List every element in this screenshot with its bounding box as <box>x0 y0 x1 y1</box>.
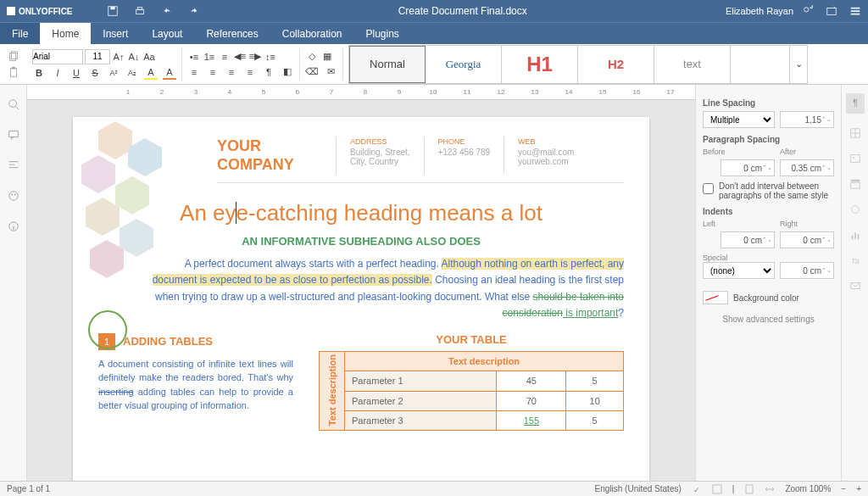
paste-icon[interactable] <box>8 66 19 78</box>
numbering-icon[interactable]: 1≡ <box>203 50 216 64</box>
line-spacing-value[interactable]: 1.15 <box>780 111 834 128</box>
open-location-icon[interactable] <box>826 5 837 17</box>
highlight-color-button[interactable]: A <box>144 66 158 80</box>
clear-format-icon[interactable]: ⌫ <box>305 65 319 79</box>
superscript-button[interactable]: A² <box>107 66 120 80</box>
copy-icon[interactable] <box>8 51 19 63</box>
image-settings-icon[interactable] <box>849 153 861 164</box>
style-dropdown-icon[interactable]: ⌄ <box>790 46 807 83</box>
print-icon[interactable] <box>134 5 146 17</box>
style-h2[interactable]: H2 <box>578 46 654 83</box>
main-heading[interactable]: An eye-catching heading means a lot <box>98 200 624 226</box>
page-indicator[interactable]: Page 1 of 1 <box>7 484 595 493</box>
table-row: Parameter 31555 <box>320 410 624 430</box>
svg-rect-28 <box>854 232 856 239</box>
section-adding-tables[interactable]: 1 ADDING TABLES A document consisting of… <box>98 333 293 431</box>
style-georgia[interactable]: Georgia <box>426 46 502 83</box>
shrink-font-icon[interactable]: A↓ <box>127 50 141 64</box>
align-right-icon[interactable]: ≡ <box>225 65 238 79</box>
user-name[interactable]: Elizabeth Rayan <box>726 6 793 16</box>
search-icon[interactable] <box>8 98 19 110</box>
grow-font-icon[interactable]: A↑ <box>112 50 125 64</box>
indent-right[interactable]: 0 cm <box>780 231 834 248</box>
mail-merge-icon[interactable] <box>849 280 861 292</box>
tab-layout[interactable]: Layout <box>140 23 194 44</box>
font-name-select[interactable] <box>32 49 83 64</box>
document-table[interactable]: Text descriptionText description Paramet… <box>319 351 624 431</box>
tab-home[interactable]: Home <box>40 23 91 44</box>
align-left-icon[interactable]: ≡ <box>187 65 201 79</box>
fit-width-icon[interactable] <box>765 484 775 494</box>
redo-icon[interactable] <box>188 5 200 17</box>
headings-icon[interactable] <box>8 159 19 171</box>
tab-collaboration[interactable]: Collaboration <box>270 23 354 44</box>
style-gallery[interactable]: Normal Georgia H1 H2 text ⌄ <box>348 45 808 84</box>
align-justify-icon[interactable]: ≡ <box>243 65 257 79</box>
bullets-icon[interactable]: •≡ <box>187 50 201 64</box>
menu-icon[interactable] <box>849 5 861 17</box>
style-blank[interactable] <box>731 46 790 83</box>
background-color-button[interactable] <box>703 291 728 304</box>
spellcheck-icon[interactable]: ✓ <box>692 484 702 494</box>
font-size-select[interactable] <box>85 49 110 64</box>
header-settings-icon[interactable] <box>849 178 861 190</box>
strike-button[interactable]: S <box>88 66 102 80</box>
style-h1[interactable]: H1 <box>502 46 578 83</box>
svg-point-23 <box>853 157 854 159</box>
save-icon[interactable] <box>107 5 119 17</box>
textart-settings-icon[interactable]: Ta <box>849 254 861 266</box>
special-by[interactable]: 0 cm <box>780 262 834 279</box>
style-text[interactable]: text <box>654 46 731 83</box>
shape-settings-icon[interactable] <box>849 203 861 215</box>
table-settings-icon[interactable] <box>849 127 861 139</box>
tab-plugins[interactable]: Plugins <box>354 23 411 44</box>
subscript-button[interactable]: A₂ <box>125 66 139 80</box>
align-center-icon[interactable]: ≡ <box>206 65 220 79</box>
document-area[interactable]: 1234567891011121314151617 YOURCOMPANY AD… <box>27 85 695 481</box>
insert-object-icon[interactable]: ▦ <box>320 50 334 64</box>
feedback-icon[interactable] <box>8 190 19 202</box>
track-changes-icon[interactable] <box>712 484 722 494</box>
shading-icon[interactable]: ◧ <box>281 65 294 79</box>
zoom-out-button[interactable]: − <box>841 484 846 493</box>
file-tab[interactable]: File <box>0 23 40 44</box>
special-indent[interactable]: (none) <box>703 262 775 279</box>
tab-insert[interactable]: Insert <box>91 23 140 44</box>
outdent-icon[interactable]: ◀≡ <box>233 50 247 64</box>
chart-settings-icon[interactable] <box>849 229 861 241</box>
spacing-after[interactable]: 0.35 cm <box>780 159 834 176</box>
comments-icon[interactable] <box>8 129 19 141</box>
bold-button[interactable]: B <box>32 66 46 80</box>
svg-rect-3 <box>137 8 142 10</box>
multilevel-icon[interactable]: ≡ <box>218 50 231 64</box>
underline-button[interactable]: U <box>70 66 83 80</box>
change-case-icon[interactable]: Aa <box>142 50 156 64</box>
language-indicator[interactable]: English (United States) <box>595 484 682 493</box>
undo-icon[interactable] <box>161 5 173 17</box>
font-color-button[interactable]: A <box>163 66 176 80</box>
advanced-settings-link[interactable]: Show advanced settings <box>703 315 834 324</box>
insert-shape-icon[interactable]: ◇ <box>305 50 319 64</box>
indent-icon[interactable]: ≡▶ <box>248 50 262 64</box>
svg-rect-25 <box>850 182 860 188</box>
same-style-checkbox[interactable] <box>703 183 714 194</box>
document-page[interactable]: YOURCOMPANY ADDRESSBuilding, Street,City… <box>73 117 649 481</box>
svg-point-4 <box>804 8 809 12</box>
share-icon[interactable] <box>802 5 814 17</box>
zoom-in-button[interactable]: + <box>856 484 861 493</box>
paragraph-settings-icon[interactable]: ¶ <box>849 97 861 109</box>
fit-page-icon[interactable] <box>744 484 754 494</box>
line-spacing-mode[interactable]: Multiple <box>703 111 775 128</box>
indent-left[interactable]: 0 cm <box>721 231 775 248</box>
about-icon[interactable]: i <box>8 220 19 232</box>
mailmerge-icon[interactable]: ✉ <box>324 65 337 79</box>
spacing-before[interactable]: 0 cm <box>721 159 775 176</box>
line-spacing-icon[interactable]: ↕≡ <box>264 50 277 64</box>
zoom-indicator[interactable]: Zoom 100% <box>785 484 831 493</box>
style-normal[interactable]: Normal <box>349 46 426 83</box>
nonprinting-icon[interactable]: ¶ <box>262 65 275 79</box>
table-row: Parameter 1455 <box>320 371 624 391</box>
ruler[interactable]: 1234567891011121314151617 <box>27 85 695 100</box>
italic-button[interactable]: I <box>51 66 64 80</box>
tab-references[interactable]: References <box>194 23 270 44</box>
